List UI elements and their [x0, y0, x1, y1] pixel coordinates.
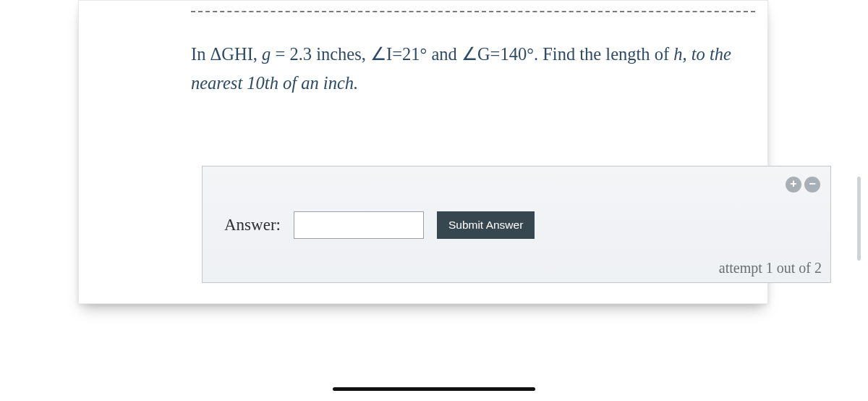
page: In ΔGHI, g = 2.3 inches, ∠I=21° and ∠G=1…	[0, 0, 868, 401]
home-indicator	[333, 387, 535, 391]
scrollbar[interactable]	[857, 177, 861, 261]
answer-panel: + − Answer: Submit Answer attempt 1 out …	[202, 166, 831, 283]
zoom-out-button[interactable]: −	[804, 177, 820, 193]
minus-icon: −	[809, 178, 815, 190]
question-text: In ΔGHI, g = 2.3 inches, ∠I=21° and ∠G=1…	[191, 40, 746, 97]
problem-card: In ΔGHI, g = 2.3 inches, ∠I=21° and ∠G=1…	[78, 0, 768, 304]
variable-g: g	[262, 44, 271, 64]
answer-input[interactable]	[294, 211, 424, 239]
variable-h: h,	[673, 44, 686, 64]
answer-label: Answer:	[224, 216, 281, 235]
question-prefix: In ΔGHI,	[191, 44, 262, 64]
submit-answer-button[interactable]: Submit Answer	[437, 211, 535, 239]
zoom-controls: + −	[786, 177, 820, 193]
plus-icon: +	[790, 178, 796, 190]
zoom-in-button[interactable]: +	[786, 177, 801, 193]
divider	[191, 11, 755, 12]
question-mid: = 2.3 inches, ∠I=21° and ∠G=140°. Find t…	[271, 44, 673, 64]
attempt-counter: attempt 1 out of 2	[719, 260, 822, 277]
answer-row: Answer: Submit Answer	[224, 211, 535, 239]
